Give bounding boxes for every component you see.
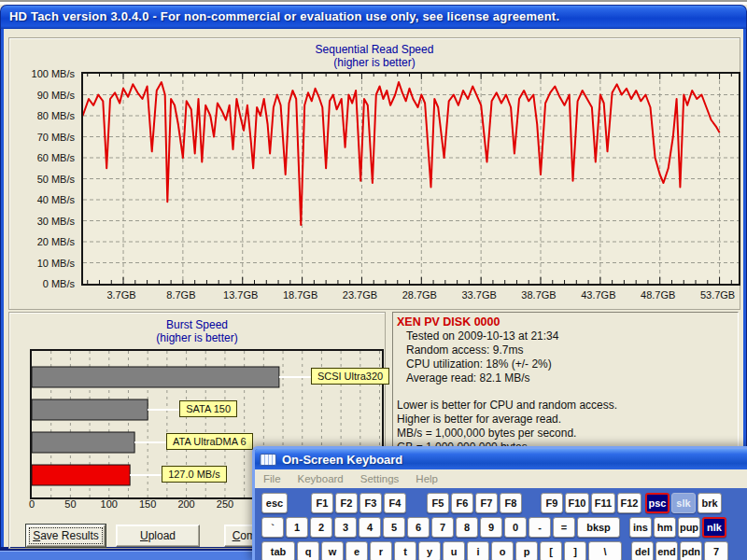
sequential-chart-subtitle: (higher is better)	[9, 56, 740, 69]
key-o[interactable]: o	[491, 541, 514, 560]
burst-x-tick-label: 250	[211, 498, 239, 510]
sequential-chart-svg	[83, 74, 739, 284]
key-e[interactable]: e	[345, 541, 368, 560]
key-hm[interactable]: hm	[654, 517, 676, 538]
key-F12[interactable]: F12	[617, 493, 641, 513]
osk-key-area: escF1F2F3F4F5F6F7F8F9F10F11F12pscslkbrk`…	[255, 488, 747, 560]
key-`[interactable]: `	[261, 517, 284, 538]
key-=[interactable]: =	[553, 517, 575, 538]
key-p[interactable]: p	[515, 541, 538, 560]
disk-name: XEN PV DISK 0000	[397, 315, 734, 329]
cpu-utilization-line: CPU utilization: 18% (+/- 2%)	[397, 357, 734, 371]
y-tick-label: 30 MB/s	[9, 216, 75, 227]
key-esc[interactable]: esc	[261, 493, 288, 513]
average-read-line: Average read: 82.1 MB/s	[397, 371, 734, 385]
osk-menubar: File Keyboard Settings Help	[255, 469, 747, 488]
burst-chart-title: Burst Speed	[9, 318, 385, 331]
x-tick-label: 43.7GB	[571, 289, 627, 301]
key-F7[interactable]: F7	[475, 493, 498, 513]
key-brk[interactable]: brk	[698, 493, 722, 513]
x-tick-label: 33.7GB	[451, 289, 507, 301]
key-psc[interactable]: psc	[645, 493, 669, 513]
key--[interactable]: -	[529, 517, 551, 538]
key-6[interactable]: 6	[407, 517, 430, 538]
key-bksp[interactable]: bksp	[577, 517, 620, 538]
y-tick-label: 80 MB/s	[9, 110, 75, 121]
burst-x-tick-label: 100	[95, 498, 123, 510]
y-tick-label: 60 MB/s	[9, 152, 75, 163]
key-tab[interactable]: tab	[261, 541, 295, 560]
x-tick-label: 53.7GB	[690, 289, 746, 301]
osk-titlebar[interactable]: On-Screen Keyboard	[255, 449, 747, 469]
key-F2[interactable]: F2	[335, 493, 358, 513]
key-y[interactable]: y	[418, 541, 441, 560]
key-F3[interactable]: F3	[359, 493, 382, 513]
key-F6[interactable]: F6	[451, 493, 473, 513]
key-4[interactable]: 4	[359, 517, 381, 538]
hdtach-title: HD Tach version 3.0.4.0 - For non-commer…	[9, 9, 559, 23]
key-5[interactable]: 5	[383, 517, 405, 538]
burst-x-tick-label: 0	[18, 498, 46, 510]
x-tick-label: 48.7GB	[630, 289, 686, 301]
key-8[interactable]: 8	[456, 517, 478, 538]
window-border-left	[0, 29, 4, 547]
burst-x-tick-label: 50	[56, 498, 84, 510]
y-tick-label: 40 MB/s	[9, 194, 75, 205]
sequential-read-panel: Sequential Read Speed (higher is better)…	[8, 37, 740, 310]
key-pdn[interactable]: pdn	[680, 541, 702, 560]
key-u[interactable]: u	[443, 541, 465, 560]
key-ins[interactable]: ins	[629, 517, 652, 538]
key-F9[interactable]: F9	[541, 493, 563, 513]
key-3[interactable]: 3	[334, 517, 357, 538]
key-w[interactable]: w	[321, 541, 344, 560]
key-F1[interactable]: F1	[311, 493, 333, 513]
note-cpu-random: Lower is better for CPU and random acces…	[397, 399, 734, 413]
burst-bar-label: SCSI Ultra320	[311, 368, 389, 385]
osk-menu-help[interactable]: Help	[407, 471, 446, 486]
osk-title: On-Screen Keyboard	[282, 453, 402, 467]
osk-menu-settings[interactable]: Settings	[352, 471, 408, 486]
y-tick-label: 10 MB/s	[9, 258, 75, 269]
key-F5[interactable]: F5	[427, 493, 449, 513]
x-tick-label: 28.7GB	[391, 289, 447, 301]
key-\[interactable]: \	[588, 541, 622, 560]
key-i[interactable]: i	[467, 541, 489, 560]
key-1[interactable]: 1	[286, 517, 308, 538]
key-nlk[interactable]: nlk	[702, 517, 726, 538]
key-del[interactable]: del	[631, 541, 654, 560]
osk-menu-keyboard[interactable]: Keyboard	[289, 471, 352, 486]
key-r[interactable]: r	[370, 541, 392, 560]
x-tick-label: 38.7GB	[511, 289, 567, 301]
x-tick-label: 23.7GB	[331, 289, 388, 301]
osk-menu-file[interactable]: File	[255, 471, 289, 486]
sequential-plot-area	[81, 72, 740, 286]
onscreen-keyboard-window: On-Screen Keyboard File Keyboard Setting…	[252, 446, 747, 560]
key-7[interactable]: 7	[431, 517, 454, 538]
key-F4[interactable]: F4	[384, 493, 406, 513]
hdtach-titlebar[interactable]: HD Tach version 3.0.4.0 - For non-commer…	[0, 5, 747, 29]
key-F8[interactable]: F8	[500, 493, 522, 513]
key-slk[interactable]: slk	[671, 493, 696, 513]
key-F11[interactable]: F11	[591, 493, 615, 513]
sequential-y-axis-labels: 100 MB/s90 MB/s80 MB/s70 MB/s60 MB/s50 M…	[9, 74, 78, 285]
y-tick-label: 20 MB/s	[9, 236, 75, 247]
key-t[interactable]: t	[394, 541, 416, 560]
key-F10[interactable]: F10	[565, 493, 589, 513]
screen: HD Tach version 3.0.4.0 - For non-commer…	[0, 0, 747, 560]
key-9[interactable]: 9	[480, 517, 502, 538]
key-0[interactable]: 0	[504, 517, 527, 538]
key-end[interactable]: end	[655, 541, 678, 560]
burst-bar-label: ATA UltraDMA 6	[166, 433, 252, 450]
key-7[interactable]: 7	[704, 541, 728, 560]
sequential-x-axis-labels: 3.7GB8.7GB13.7GB18.7GB23.7GB28.7GB33.7GB…	[81, 289, 740, 303]
y-tick-label: 100 MB/s	[9, 68, 75, 79]
key-2[interactable]: 2	[310, 517, 332, 538]
save-results-button[interactable]: Save Results	[26, 525, 106, 547]
x-tick-label: 18.7GB	[273, 289, 329, 301]
key-pup[interactable]: pup	[678, 517, 700, 538]
key-][interactable]: ]	[564, 541, 586, 560]
tested-on-line: Tested on 2009-10-13 at 21:34	[397, 329, 734, 343]
key-q[interactable]: q	[297, 541, 319, 560]
upload-results-button[interactable]: Upload Results	[116, 525, 200, 547]
key-[[interactable]: [	[540, 541, 562, 560]
